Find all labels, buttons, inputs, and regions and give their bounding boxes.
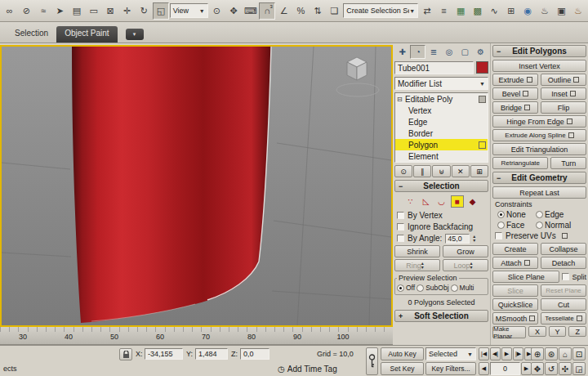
bevel-settings-icon[interactable]	[523, 91, 528, 96]
border-mode-icon[interactable]: ◡	[435, 195, 448, 208]
zoom-icon[interactable]: ⊕	[531, 347, 544, 360]
previous-frame-icon[interactable]: ◀|	[490, 347, 501, 360]
split-checkbox[interactable]	[562, 273, 569, 280]
edit-polygons-rollout-header[interactable]: − Edit Polygons	[492, 45, 586, 57]
constraint-normal-radio[interactable]	[536, 222, 543, 229]
auto-key-button[interactable]: Auto Key	[381, 347, 424, 360]
add-time-tag-button[interactable]: ◷ Add Time Tag	[278, 365, 337, 374]
preview-multi-radio[interactable]	[451, 284, 458, 292]
constraint-none-label[interactable]: None	[506, 210, 534, 219]
ribbon-minimize-button[interactable]: ▾	[126, 29, 144, 40]
track-bar[interactable]: 30 40 50 60 70 80 90 100	[0, 327, 393, 345]
soft-selection-rollout-header[interactable]: + Soft Selection	[394, 310, 488, 322]
render-production-icon[interactable]: ♨	[570, 2, 586, 20]
tab-hierarchy-icon[interactable]: ≣	[425, 45, 441, 59]
tree-collapse-icon[interactable]: ⊟	[397, 96, 405, 103]
selection-set-key-dropdown[interactable]: Selected ▼	[425, 347, 476, 360]
tab-create-icon[interactable]: ✚	[394, 45, 410, 59]
collapse-button[interactable]: Collapse	[541, 243, 586, 255]
stack-item-element[interactable]: Element	[395, 150, 488, 162]
preview-off-label[interactable]: Off	[406, 284, 415, 292]
select-by-name-icon[interactable]: ▤	[69, 2, 85, 20]
select-and-move-icon[interactable]: ✛	[119, 2, 136, 20]
selection-region-icon[interactable]: ▭	[86, 2, 102, 20]
graphite-toggle-icon[interactable]: ▩	[470, 2, 486, 20]
make-planar-button[interactable]: Make Planar	[492, 326, 526, 338]
frame-back-icon[interactable]: ◀	[479, 362, 489, 375]
rendered-frame-icon[interactable]: ▣	[554, 2, 570, 20]
unlink-selection-icon[interactable]: ⊘	[19, 2, 35, 20]
shrink-button[interactable]: Shrink	[394, 245, 440, 257]
slice-plane-button[interactable]: Slice Plane	[492, 271, 559, 283]
select-and-link-icon[interactable]: ∞	[2, 2, 18, 20]
named-selection-set-combo[interactable]: Create Selection Se ▼	[343, 3, 418, 18]
schematic-view-icon[interactable]: ⊞	[503, 2, 519, 20]
render-setup-icon[interactable]: ♨	[537, 2, 553, 20]
retriangulate-button[interactable]: Retriangulate	[492, 157, 548, 169]
stack-item-edge[interactable]: Edge	[395, 116, 488, 128]
preview-subobj-label[interactable]: SubObj	[425, 284, 448, 292]
object-name-field[interactable]: Tube001	[394, 61, 474, 74]
polygon-mode-icon[interactable]: ■	[451, 195, 464, 208]
preserve-uvs-settings-icon[interactable]	[562, 233, 568, 239]
x-coord-field[interactable]: -34,155	[145, 348, 183, 360]
constraint-edge-label[interactable]: Edge	[545, 210, 564, 219]
mirror-icon[interactable]: ⇄	[419, 2, 435, 20]
edit-geometry-rollout-header[interactable]: − Edit Geometry	[492, 172, 586, 184]
element-mode-icon[interactable]: ◆	[466, 195, 479, 208]
constraint-face-radio[interactable]	[497, 222, 505, 229]
ribbon-tab-object-paint[interactable]: Object Paint	[56, 26, 117, 43]
spin-down-icon[interactable]: ▾	[473, 239, 480, 243]
zoom-all-icon[interactable]: ⊛	[545, 347, 558, 360]
hinge-from-edge-button[interactable]: Hinge From Edge	[492, 115, 586, 128]
by-angle-label[interactable]: By Angle:	[408, 234, 442, 243]
ignore-backfacing-label[interactable]: Ignore Backfacing	[408, 222, 473, 231]
split-label[interactable]: Split	[572, 273, 586, 281]
stack-item-border[interactable]: Border	[395, 128, 488, 139]
viewport-canvas[interactable]	[2, 47, 391, 325]
cut-button[interactable]: Cut	[541, 298, 586, 311]
spinner-snap-icon[interactable]: ⇅	[310, 2, 326, 20]
stack-item-polygon[interactable]: Polygon	[395, 139, 488, 150]
by-vertex-checkbox[interactable]	[397, 212, 404, 219]
tessellate-settings-icon[interactable]	[577, 316, 582, 321]
preview-subobj-radio[interactable]	[416, 284, 424, 292]
msmooth-settings-icon[interactable]	[529, 316, 535, 321]
zoom-extents-icon[interactable]: ⌂	[559, 347, 572, 360]
insert-vertex-button[interactable]: Insert Vertex	[492, 60, 586, 72]
turn-button[interactable]: Turn	[550, 157, 586, 169]
tab-modify-icon[interactable]: ◔	[410, 45, 425, 59]
create-button[interactable]: Create	[492, 243, 538, 255]
preserve-uvs-checkbox[interactable]	[495, 232, 502, 239]
align-icon[interactable]: ≡	[436, 2, 452, 20]
z-coord-field[interactable]: 0,0	[240, 348, 270, 360]
by-vertex-label[interactable]: By Vertex	[408, 211, 443, 220]
configure-modifier-sets-icon[interactable]: ⊞	[470, 165, 488, 177]
grow-button[interactable]: Grow	[443, 245, 488, 257]
inset-button[interactable]: Inset	[541, 87, 586, 100]
snap-toggle-icon[interactable]: ∩ 3	[259, 2, 275, 20]
use-center-icon[interactable]: ⊙	[209, 2, 225, 20]
quickslice-button[interactable]: QuickSlice	[492, 298, 538, 311]
modifier-list-dropdown[interactable]: Modifier List ▼	[394, 77, 488, 90]
reference-coordinate-dropdown[interactable]: View ▼	[170, 3, 208, 18]
walkthrough-icon[interactable]: ✣	[559, 362, 572, 375]
select-and-scale-icon[interactable]: ◱	[153, 2, 169, 20]
curve-editor-icon[interactable]: ∿	[486, 2, 502, 20]
by-angle-field[interactable]: 45,0	[445, 234, 470, 244]
angle-snap-icon[interactable]: ∠	[276, 2, 292, 20]
set-keys-key-icon[interactable]	[366, 347, 378, 375]
zoom-region-icon[interactable]: ⊡	[572, 347, 586, 360]
play-icon[interactable]: ▶	[501, 347, 512, 360]
by-angle-spinner[interactable]: ▴ ▾	[473, 235, 480, 243]
stack-item-vertex[interactable]: Vertex	[395, 105, 488, 116]
make-planar-z-button[interactable]: Z	[568, 326, 586, 337]
constraint-face-label[interactable]: Face	[506, 221, 534, 230]
set-key-button[interactable]: Set Key	[381, 362, 424, 375]
orbit-icon[interactable]: ↺	[545, 362, 558, 375]
bind-to-space-warp-icon[interactable]: ≈	[35, 2, 51, 20]
extrude-settings-icon[interactable]	[527, 77, 532, 83]
make-planar-x-button[interactable]: X	[528, 326, 546, 337]
flip-button[interactable]: Flip	[541, 101, 586, 114]
by-angle-checkbox[interactable]	[397, 235, 404, 242]
